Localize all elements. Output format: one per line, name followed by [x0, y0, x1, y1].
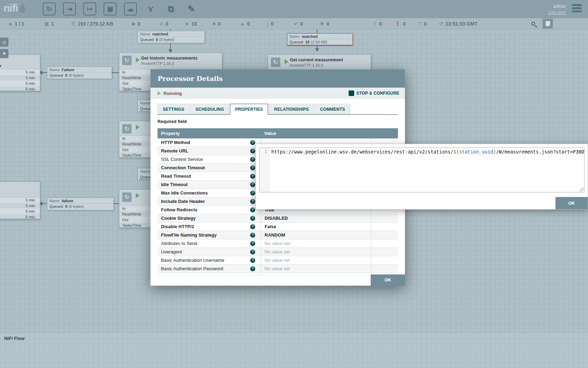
operate-panel-icon[interactable]: [542, 19, 553, 29]
connection-name-label: Name: [49, 199, 59, 203]
remote-process-group-icon[interactable]: ☁: [124, 2, 137, 15]
connection-name-label: Name: [140, 32, 150, 36]
tab-properties[interactable]: PROPERTIES: [230, 104, 268, 115]
table-row: FlowFile Naming Strategy?RANDOM: [158, 231, 398, 239]
breadcrumb-bar: [0, 332, 588, 368]
stopped-count: 0: [218, 21, 221, 27]
connection-label-matched-selected[interactable]: Namematched Queued10(2.53 KB): [287, 33, 353, 46]
value-editor[interactable]: 1 https://www.pegelonline.wsv.de/webserv…: [259, 148, 584, 192]
connection-queued-size: (0 bytes): [69, 204, 84, 209]
processor-title: Get historic measurements: [141, 56, 197, 61]
tab-scheduling[interactable]: SCHEDULING: [190, 104, 229, 114]
help-icon[interactable]: ?: [250, 258, 255, 263]
required-field-note: Required field: [158, 119, 398, 124]
stop-and-configure-button[interactable]: ⚙ STOP & CONFIGURE: [349, 90, 399, 96]
line-number-gutter: 1: [260, 148, 269, 192]
connection-queued-count: 0: [65, 204, 67, 209]
url-text: https://www.pegelonline.wsv.de/webservic…: [271, 149, 453, 155]
help-icon[interactable]: ?: [250, 140, 255, 145]
running-indicator-icon: [136, 57, 140, 62]
processor-status-row: Running ⚙ STOP & CONFIGURE: [150, 88, 405, 99]
tab-comments[interactable]: COMMENTS: [315, 104, 350, 114]
funnel-icon[interactable]: ⋎: [144, 2, 157, 15]
tab-settings[interactable]: SETTINGS: [158, 104, 190, 114]
up-to-date-icon: ✔: [294, 21, 298, 26]
invalid-icon: ▲: [240, 21, 245, 26]
component-chip-icon[interactable]: ⚑: [0, 49, 8, 58]
current-user: admin: [553, 4, 566, 9]
locally-modified-stale-count: 0: [403, 21, 406, 27]
table-row: Basic Authentication Password?No value s…: [158, 265, 398, 273]
help-icon[interactable]: ?: [250, 149, 255, 154]
locally-modified-count: 0: [327, 21, 329, 27]
running-status-icon: [158, 91, 161, 95]
table-row: Attributes to Send?No value set: [158, 239, 398, 248]
connection-queued-count: 10: [305, 40, 309, 44]
running-count: 15: [191, 21, 197, 27]
logout-link[interactable]: LOG OUT: [548, 11, 566, 15]
editor-ok-button[interactable]: OK: [555, 197, 588, 209]
processor-partial[interactable]: 5 min 5 min 5 min 5 min: [0, 182, 40, 219]
help-icon[interactable]: ?: [250, 182, 255, 187]
label-icon[interactable]: ✎: [185, 2, 198, 15]
stat-timing: 5 min: [26, 69, 35, 75]
connection-queued-size: (2.53 KB): [311, 40, 327, 44]
help-icon[interactable]: ?: [250, 207, 255, 212]
connection-queued-count: 0: [156, 38, 158, 42]
help-icon[interactable]: ?: [250, 216, 255, 221]
processor-type-icon: ↻: [122, 56, 132, 65]
template-icon[interactable]: ⧉: [164, 2, 177, 15]
search-icon[interactable]: [531, 22, 535, 26]
help-icon[interactable]: ?: [250, 157, 255, 162]
breadcrumb[interactable]: NiFi Flow: [4, 336, 24, 341]
help-icon[interactable]: ?: [250, 165, 255, 170]
help-icon[interactable]: ?: [250, 233, 255, 238]
property-column-header: Property: [158, 131, 261, 136]
clustered-nodes-count: 1 / 1: [15, 21, 24, 27]
connection-queued-size: (0 bytes): [69, 73, 84, 77]
table-row-clipped: ?: [158, 273, 398, 275]
app-header: nifi ↻ ⇥ ↦ ▣ ☁ ⋎ ⧉ ✎ admin LOG OUT: [0, 0, 588, 18]
refresh-icon[interactable]: ⟳: [439, 21, 443, 26]
connection-name: failure: [62, 199, 73, 203]
output-port-icon[interactable]: ↦: [83, 2, 96, 15]
processor-partial[interactable]: r 5 min 5 min 5 min 5 min: [0, 54, 40, 91]
processor-icon[interactable]: ↻: [43, 2, 56, 15]
stop-configure-label: STOP & CONFIGURE: [356, 91, 399, 96]
help-icon[interactable]: ?: [250, 191, 255, 196]
running-indicator-icon: [285, 59, 288, 64]
last-refresh-time: 13:51:03 GMT: [446, 21, 477, 27]
stat-timing: 5 min: [26, 197, 35, 203]
global-menu-icon[interactable]: [572, 4, 582, 14]
value-editor-text[interactable]: https://www.pegelonline.wsv.de/webservic…: [269, 148, 584, 192]
connection-name-label: Name: [140, 169, 150, 173]
input-port-icon[interactable]: ⇥: [63, 2, 76, 15]
nifi-droplet-icon: [19, 5, 25, 13]
properties-table-header: Property Value: [158, 128, 398, 138]
connection-queued-count: 0: [65, 73, 67, 77]
disabled-icon: ϳ: [267, 21, 268, 26]
resize-handle-icon[interactable]: [580, 188, 584, 192]
dialog-ok-button[interactable]: OK: [371, 274, 405, 286]
connection-label-failure[interactable]: NameFailure Queued0(0 bytes): [47, 67, 112, 79]
help-icon[interactable]: ?: [250, 224, 255, 229]
table-row: Basic Authentication Username?No value s…: [158, 256, 398, 265]
help-icon[interactable]: ?: [250, 241, 255, 246]
nifi-logo-text: nifi: [4, 2, 18, 14]
processor-type-icon: ↻: [122, 124, 132, 134]
connection-name: matched: [152, 32, 168, 36]
queued-count: 193 / 279.12 KB: [78, 21, 113, 27]
connection-label-matched[interactable]: Namematched Queued0(0 bytes): [138, 31, 205, 43]
connection-label-failure[interactable]: Namefailure Queued0(0 bytes): [47, 198, 114, 210]
queued-icon: ☰: [71, 21, 75, 26]
stat-timing: 5 min: [26, 203, 35, 209]
help-icon[interactable]: ?: [250, 199, 255, 204]
help-icon[interactable]: ?: [250, 174, 255, 179]
tab-relationships[interactable]: RELATIONSHIPS: [269, 104, 314, 114]
help-icon[interactable]: ?: [250, 266, 255, 271]
processor-type-icon: ↻: [122, 192, 132, 202]
process-group-icon[interactable]: ▣: [104, 2, 117, 15]
component-chip-icon[interactable]: ◎: [0, 38, 8, 47]
help-icon[interactable]: ?: [250, 250, 255, 254]
connection-queued-label: Queued: [289, 40, 303, 44]
